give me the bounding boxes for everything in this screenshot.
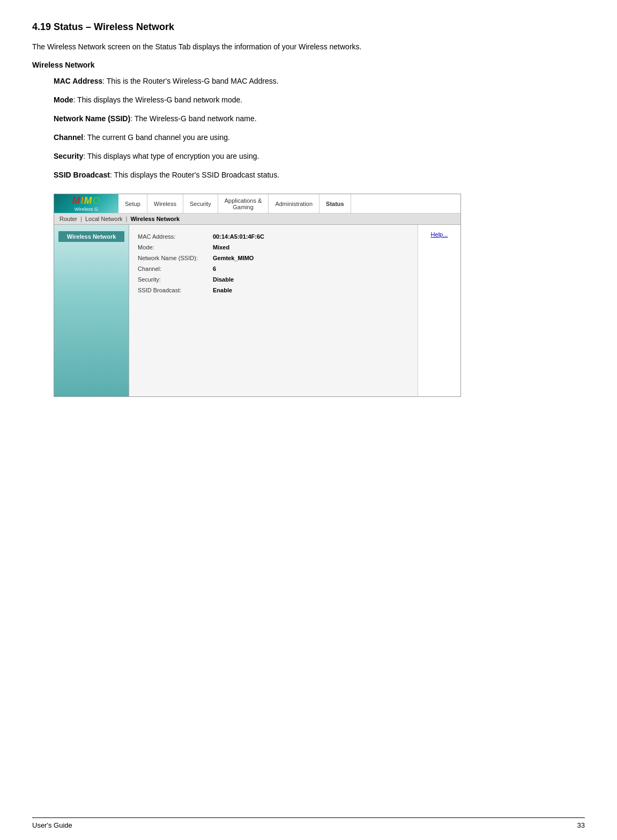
help-link[interactable]: Help... bbox=[431, 231, 448, 238]
field-description: : This displays the Router's SSID Broadc… bbox=[110, 171, 279, 179]
router-field-value: Gemtek_MIMO bbox=[213, 255, 254, 261]
nav-tab[interactable]: Status bbox=[319, 194, 351, 213]
subnav-item[interactable]: Local Network bbox=[85, 216, 123, 222]
router-subnav: Router|Local Network|Wireless Network bbox=[54, 213, 460, 225]
nav-tab[interactable]: Administration bbox=[269, 194, 319, 213]
footer-right: 33 bbox=[577, 821, 585, 829]
nav-tab[interactable]: Wireless bbox=[147, 194, 183, 213]
router-field-value: Enable bbox=[213, 287, 232, 293]
field-entry: Network Name (SSID): The Wireless-G band… bbox=[54, 113, 585, 124]
router-logo: MIMO Wireless G bbox=[54, 194, 118, 213]
wireless-g-label: Wireless G bbox=[75, 207, 98, 212]
router-field-label: Channel: bbox=[138, 266, 213, 272]
subnav-item[interactable]: Wireless Network bbox=[130, 216, 180, 222]
page-footer: User's Guide 33 bbox=[32, 817, 585, 829]
router-field-row: Security:Disable bbox=[138, 276, 409, 283]
router-nav: MIMO Wireless G SetupWirelessSecurityApp… bbox=[54, 194, 460, 213]
router-content: Wireless Network MAC Address:00:14:A5:01… bbox=[54, 225, 460, 396]
router-field-row: MAC Address:00:14:A5:01:4F:6C bbox=[138, 233, 409, 240]
router-field-label: Security: bbox=[138, 276, 213, 283]
router-field-label: Network Name (SSID): bbox=[138, 255, 213, 261]
subnav-separator: | bbox=[80, 216, 82, 222]
router-help-sidebar: Help... bbox=[418, 225, 460, 396]
subnav-separator: | bbox=[126, 216, 128, 222]
field-label: SSID Broadcast bbox=[54, 171, 110, 179]
nav-tab[interactable]: Applications & Gaming bbox=[218, 194, 269, 213]
field-label: Network Name (SSID) bbox=[54, 114, 130, 123]
footer-left: User's Guide bbox=[32, 821, 72, 829]
field-entry: Security: This displays what type of enc… bbox=[54, 151, 585, 162]
page-title: 4.19 Status – Wireless Network bbox=[32, 21, 585, 33]
router-field-row: SSID Broadcast:Enable bbox=[138, 287, 409, 293]
router-field-row: Channel:6 bbox=[138, 266, 409, 272]
router-screenshot: MIMO Wireless G SetupWirelessSecurityApp… bbox=[54, 194, 461, 397]
subnav-item[interactable]: Router bbox=[60, 216, 77, 222]
router-field-value: Disable bbox=[213, 276, 234, 283]
router-field-row: Mode:Mixed bbox=[138, 244, 409, 250]
field-label: Security bbox=[54, 152, 83, 160]
field-description: : This is the Router's Wireless-G band M… bbox=[102, 77, 278, 85]
field-list: MAC Address: This is the Router's Wirele… bbox=[32, 76, 585, 181]
router-field-label: Mode: bbox=[138, 244, 213, 250]
field-label: Channel bbox=[54, 133, 83, 142]
field-label: MAC Address bbox=[54, 77, 102, 85]
router-main: MAC Address:00:14:A5:01:4F:6CMode:MixedN… bbox=[129, 225, 418, 396]
nav-tabs: SetupWirelessSecurityApplications & Gami… bbox=[118, 194, 460, 213]
intro-text: The Wireless Network screen on the Statu… bbox=[32, 42, 585, 51]
sidebar-section-title: Wireless Network bbox=[58, 231, 124, 242]
section-title: Wireless Network bbox=[32, 61, 585, 69]
router-field-label: SSID Broadcast: bbox=[138, 287, 213, 293]
router-sidebar: Wireless Network bbox=[54, 225, 129, 396]
router-field-row: Network Name (SSID):Gemtek_MIMO bbox=[138, 255, 409, 261]
field-description: : This displays what type of encryption … bbox=[83, 152, 259, 160]
field-entry: MAC Address: This is the Router's Wirele… bbox=[54, 76, 585, 87]
field-description: : The current G band channel you are usi… bbox=[83, 133, 230, 142]
field-description: : This displays the Wireless-G band netw… bbox=[73, 95, 243, 104]
router-field-label: MAC Address: bbox=[138, 233, 213, 240]
field-description: : The Wireless-G band network name. bbox=[130, 114, 257, 123]
field-entry: SSID Broadcast: This displays the Router… bbox=[54, 170, 585, 181]
router-field-value: 6 bbox=[213, 266, 216, 272]
router-field-value: 00:14:A5:01:4F:6C bbox=[213, 233, 264, 240]
field-label: Mode bbox=[54, 95, 73, 104]
field-entry: Mode: This displays the Wireless-G band … bbox=[54, 94, 585, 106]
nav-tab[interactable]: Setup bbox=[118, 194, 147, 213]
field-entry: Channel: The current G band channel you … bbox=[54, 132, 585, 143]
router-field-value: Mixed bbox=[213, 244, 229, 250]
mimo-logo-text: MIMO bbox=[72, 196, 100, 205]
nav-tab[interactable]: Security bbox=[183, 194, 218, 213]
